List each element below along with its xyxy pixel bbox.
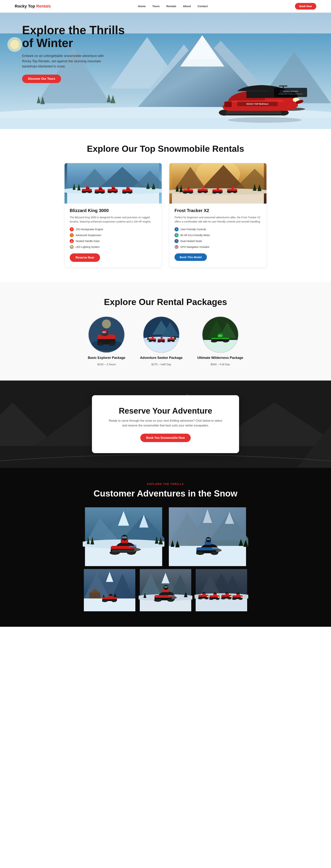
- hero-section: Explore the Thrills of Winter Embark on …: [0, 13, 331, 129]
- svg-point-123: [162, 341, 165, 342]
- svg-point-79: [183, 192, 187, 194]
- frost-card-body: Frost Tracker X2 Perfect for beginners a…: [169, 204, 267, 261]
- reserve-description: Ready to carve through the snow on your …: [107, 418, 224, 428]
- svg-point-44: [82, 191, 86, 193]
- svg-rect-220: [164, 586, 168, 588]
- logo: Rocky Top Rentals: [15, 4, 51, 9]
- customer-image-4: [139, 569, 192, 612]
- blizzard-feature-3: 🔥 Heated Handle Grips: [70, 239, 156, 243]
- customer-image-5: [194, 569, 248, 612]
- svg-point-201: [102, 600, 108, 602]
- svg-rect-204: [109, 596, 113, 598]
- svg-rect-169: [122, 536, 127, 538]
- svg-rect-65: [126, 188, 130, 190]
- svg-point-124: [160, 337, 163, 339]
- nav-link-rentals[interactable]: Rentals: [166, 5, 176, 8]
- customer-grid-bottom: [83, 569, 248, 612]
- svg-rect-59: [112, 188, 115, 190]
- hero-description: Embark on an unforgettable snowmobile ad…: [22, 53, 110, 69]
- svg-point-89: [212, 192, 217, 194]
- nav-link-about[interactable]: About: [183, 5, 191, 8]
- svg-point-50: [95, 192, 99, 194]
- nav-cta-button[interactable]: Book Now: [295, 3, 316, 9]
- nav-link-tours[interactable]: Tours: [152, 5, 160, 8]
- svg-point-247: [230, 596, 232, 597]
- customer-img-4-svg: [139, 569, 192, 611]
- customer-img-3-svg: [83, 569, 137, 611]
- blizzard-reserve-button[interactable]: Reserve Now: [70, 253, 100, 262]
- svg-point-254: [241, 596, 243, 598]
- customer-section: EXPLORE THE THRILLS Customer Adventures …: [0, 468, 331, 627]
- blizzard-features-list: ⚡ 150 Horsepower Engine 🔧 Advanced Suspe…: [70, 227, 156, 249]
- svg-point-118: [153, 340, 156, 342]
- svg-point-95: [233, 191, 237, 193]
- svg-rect-184: [207, 538, 210, 540]
- hero-text-block: Explore the Thrills of Winter Embark on …: [22, 24, 132, 83]
- svg-point-230: [205, 597, 208, 599]
- nav-link-contact[interactable]: Contact: [198, 5, 208, 8]
- customer-img-5-svg: [194, 569, 248, 611]
- svg-rect-246: [225, 593, 229, 595]
- blizzard-card-name: Blizzard King 3000: [70, 208, 156, 213]
- packages-section-title: Explore Our Rental Packages: [28, 297, 303, 307]
- svg-point-236: [209, 598, 213, 600]
- rentals-section: Explore Our Top Snowmobile Rentals: [0, 129, 331, 282]
- suspension-icon: 🔧: [70, 233, 74, 237]
- reserve-card: Reserve Your Adventure Ready to carve th…: [92, 395, 239, 453]
- svg-point-18: [10, 40, 19, 49]
- svg-point-181: [211, 552, 218, 555]
- svg-point-51: [100, 192, 104, 194]
- wilderness-package-name: Ultimate Wilderness Package: [197, 356, 243, 360]
- svg-point-63: [128, 192, 132, 194]
- explorer-svg: [89, 316, 124, 353]
- svg-rect-26: [224, 102, 232, 107]
- frost-card-name: Frost Tracker X2: [175, 208, 261, 213]
- package-adventure-bg: [144, 317, 179, 352]
- rentals-section-title: Explore Our Top Snowmobile Rentals: [28, 144, 303, 154]
- eco-motor-icon: ♻: [175, 233, 179, 237]
- wilderness-svg: [203, 316, 238, 353]
- svg-point-128: [172, 340, 175, 342]
- customer-grid-top: [83, 507, 248, 567]
- grip-icon: 🔥: [70, 239, 74, 243]
- svg-point-85: [204, 191, 207, 193]
- svg-point-119: [152, 336, 154, 338]
- svg-point-84: [198, 191, 202, 193]
- svg-point-96: [231, 186, 234, 189]
- svg-point-117: [149, 340, 152, 342]
- package-explorer: Basic Explorer Package $150 – 2 hours: [88, 316, 125, 366]
- frost-feature-4: 📍 GPS Navigation Included: [175, 245, 261, 249]
- customer-image-3: [83, 569, 137, 612]
- svg-point-250: [232, 598, 237, 600]
- svg-point-91: [216, 187, 219, 190]
- hero-title: Explore the Thrills of Winter: [22, 24, 132, 50]
- svg-text:(483)519-7318-414f: (483)519-7318-414f: [283, 90, 298, 92]
- frost-book-button[interactable]: Book This Model: [175, 253, 207, 261]
- frost-image-svg: [169, 163, 267, 204]
- svg-rect-29: [274, 88, 307, 97]
- svg-point-81: [187, 187, 190, 190]
- svg-rect-23: [226, 111, 281, 115]
- svg-point-45: [88, 191, 91, 193]
- blizzard-feature-2: 🔧 Advanced Suspension: [70, 233, 156, 237]
- svg-point-19: [228, 117, 302, 123]
- customer-image-2: [167, 507, 248, 567]
- blizzard-card-image: [64, 163, 162, 204]
- package-wilderness: Ultimate Wilderness Package $500 – Full …: [197, 316, 243, 366]
- svg-point-217: [167, 599, 174, 602]
- frost-card-image: [169, 163, 267, 204]
- reserve-title: Reserve Your Adventure: [107, 406, 224, 415]
- hero-cta-button[interactable]: Discover Our Tours: [22, 74, 61, 83]
- svg-rect-133: [203, 340, 238, 352]
- reserve-cta-button[interactable]: Book You Snowmobile Now: [140, 434, 191, 442]
- nav-link-home[interactable]: Home: [138, 5, 146, 8]
- svg-rect-53: [99, 188, 102, 190]
- snowmobile-svg: ROCKY TOP RENTALS (483)519-7318-414f boo…: [210, 71, 312, 123]
- svg-point-107: [102, 319, 111, 329]
- svg-point-243: [221, 597, 225, 599]
- customer-subtitle: EXPLORE THE THRILLS: [28, 483, 303, 486]
- svg-point-86: [202, 186, 205, 189]
- svg-point-229: [198, 597, 203, 599]
- logo-accent: Rentals: [36, 4, 51, 8]
- svg-point-90: [218, 192, 222, 194]
